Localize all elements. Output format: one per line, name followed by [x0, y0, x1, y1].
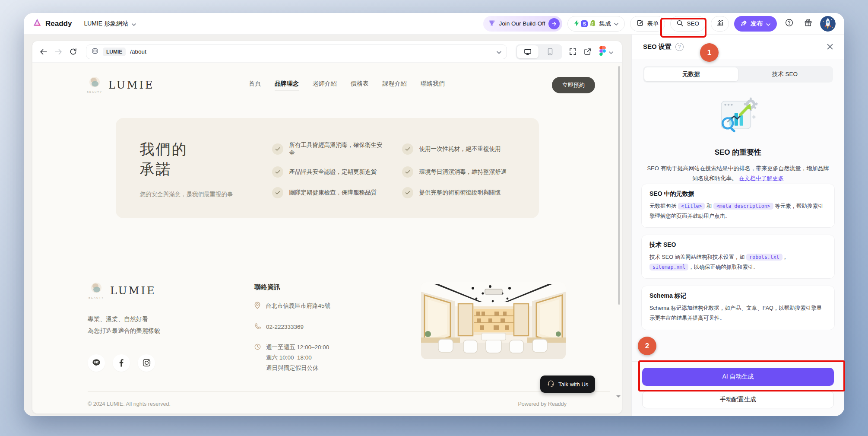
rewards-button[interactable]: [801, 16, 815, 32]
fullscreen-button[interactable]: [568, 48, 577, 56]
forms-button[interactable]: 表单: [630, 16, 665, 32]
preview-scrollbar[interactable]: [618, 66, 620, 305]
seo-card-schema: Schema 标记 Schema 标记添加结构化数据，如产品、文章、FAQ，以帮…: [641, 286, 835, 330]
device-toggle: [516, 44, 562, 60]
check-icon: [402, 143, 413, 155]
talk-with-us-button[interactable]: Talk with Us: [540, 376, 595, 393]
contact-title: 聯絡資訊: [254, 283, 397, 291]
help-button[interactable]: [782, 16, 796, 32]
site-nav-home[interactable]: 首頁: [249, 80, 261, 90]
powered-by-text: Powered by Readdy: [518, 401, 567, 407]
readdy-logo[interactable]: Readdy: [32, 18, 72, 29]
close-panel-button[interactable]: [827, 44, 833, 50]
shopify-icon: [589, 19, 596, 28]
preview-browser-bar: LUMIE /about: [32, 41, 622, 63]
url-bar[interactable]: LUMIE /about: [86, 45, 507, 59]
user-avatar[interactable]: [820, 16, 836, 32]
build-off-button[interactable]: Join Our Build-Off: [483, 16, 562, 32]
rendered-site: BEAUTY LUMIE 首頁 品牌理念 老師介紹 價格表 課程介紹 聯絡我們: [32, 63, 622, 414]
refresh-button[interactable]: [69, 48, 77, 56]
facebook-social-button[interactable]: [113, 354, 130, 372]
ai-generate-button[interactable]: AI 自动生成: [642, 368, 834, 386]
contact-address: 台北市信義區市府路45號: [254, 301, 397, 312]
help-icon: [785, 19, 793, 29]
analytics-button[interactable]: [711, 16, 729, 32]
promise-subtitle: 您的安全與滿意，是我們最重視的事: [140, 191, 248, 198]
seo-tabs: 元数据 技术 SEO: [643, 66, 833, 83]
tab-metadata[interactable]: 元数据: [644, 67, 738, 81]
code-chip: <title>: [678, 203, 705, 210]
trophy-icon: [488, 19, 495, 28]
mobile-view-button[interactable]: [539, 45, 561, 58]
seo-importance-text: SEO 有助于提高网站在搜索结果中的排名，带来更多自然流量，增加品牌知名度和转化…: [645, 163, 831, 184]
phone-icon: [254, 323, 261, 333]
contact-hours: 週一至週五 12:00–20:00週六 10:00–18:00週日與國定假日公休: [254, 342, 397, 373]
seo-card-metadata: SEO 中的元数据 元数据包括 <title> 和 <meta descript…: [641, 184, 835, 228]
form-edit-icon: [637, 19, 643, 28]
integration-icons: S: [574, 19, 596, 28]
code-chip: sitemap.xml: [649, 264, 688, 271]
learn-more-link[interactable]: 在文档中了解更多: [739, 175, 784, 181]
seo-label: SEO: [687, 20, 699, 27]
manual-generate-button[interactable]: 手动配置生成: [642, 391, 834, 408]
integrations-button[interactable]: S 集成: [567, 16, 625, 32]
help-circle-icon[interactable]: ?: [675, 43, 684, 51]
open-external-button[interactable]: [583, 48, 592, 56]
instagram-social-button[interactable]: [138, 354, 155, 372]
check-item: 團隊定期健康檢查，保障服務品質: [272, 187, 385, 198]
copyright-text: © 2024 LUMIE. All rights reserved.: [88, 401, 171, 407]
line-social-button[interactable]: [88, 354, 105, 372]
canvas-workspace: LUMIE /about: [24, 35, 631, 416]
stripe-icon: S: [581, 20, 588, 27]
navbar-left: Readdy LUMIE 形象網站: [32, 18, 136, 29]
chevron-down-icon[interactable]: [497, 48, 501, 56]
figma-export-button[interactable]: [598, 46, 615, 57]
chevron-down-icon: [614, 20, 618, 27]
footer-socials: [88, 354, 230, 372]
seo-button[interactable]: SEO: [670, 16, 706, 32]
stage: Readdy LUMIE 形象網站 Join Our Build-Off S: [0, 0, 868, 436]
footer-brand-column: BEAUTY LUMIE 專業、溫柔、自然好看為您打造最適合的美麗樣貌: [88, 281, 230, 373]
project-switcher[interactable]: LUMIE 形象網站: [84, 20, 136, 28]
top-navbar: Readdy LUMIE 形象網站 Join Our Build-Off S: [24, 13, 844, 35]
check-text: 使用一次性耗材，絕不重複使用: [419, 145, 501, 153]
publish-button[interactable]: 发布: [734, 16, 777, 32]
site-logo[interactable]: BEAUTY LUMIE: [86, 76, 154, 95]
site-nav-pricing[interactable]: 價格表: [351, 80, 369, 90]
site-nav-teachers[interactable]: 老師介紹: [313, 80, 337, 90]
site-nav-brand[interactable]: 品牌理念: [275, 80, 299, 90]
check-item: 產品皆具安全認證，定期更新進貨: [272, 166, 385, 178]
card-body: Schema 标记添加结构化数据，如产品、文章、FAQ，以帮助搜索引擎显示更丰富…: [649, 303, 827, 323]
footer-logo: BEAUTY LUMIE: [88, 281, 230, 300]
footer-contact-column: 聯絡資訊 台北市信義區市府路45號 02-222333369: [254, 281, 397, 373]
seo-illustration: [717, 96, 759, 134]
build-off-label: Join Our Build-Off: [499, 20, 545, 27]
project-name: LUMIE 形象網站: [84, 20, 128, 28]
check-icon: [272, 166, 283, 178]
check-icon: [402, 187, 413, 198]
rocket-icon: [741, 20, 747, 28]
scrollbar-down-arrow[interactable]: [616, 395, 621, 400]
book-now-button[interactable]: 立即預約: [552, 77, 595, 93]
site-nav-courses[interactable]: 課程介紹: [383, 80, 407, 90]
card-title: SEO 中的元数据: [649, 190, 827, 198]
forward-button[interactable]: [54, 48, 63, 56]
navbar-right: Join Our Build-Off S 集成 表单: [483, 16, 836, 32]
tab-technical-seo[interactable]: 技术 SEO: [738, 67, 832, 81]
back-button[interactable]: [39, 48, 48, 56]
seo-card-technical: 技术 SEO 技术 SEO 涵盖网站结构和技术设置，如 robots.txt，s…: [641, 235, 835, 279]
site-nav-contact[interactable]: 聯絡我們: [421, 80, 445, 90]
search-icon: [677, 20, 683, 28]
contact-phone: 02-222333369: [254, 322, 397, 333]
check-text: 產品皆具安全認證，定期更新進貨: [289, 168, 377, 176]
seo-importance-title: SEO 的重要性: [632, 147, 844, 157]
lumie-logo-mark: BEAUTY: [86, 76, 103, 95]
lumie-logo-text: LUMIE: [108, 79, 154, 91]
annotation-step-1-badge: 1: [700, 43, 719, 62]
seo-panel-footer: AI 自动生成 手动配置生成: [632, 361, 844, 416]
seo-panel-body: SEO 的重要性 SEO 有助于提高网站在搜索结果中的排名，带来更多自然流量，增…: [632, 83, 844, 361]
desktop-view-button[interactable]: [517, 45, 539, 58]
hours-text: 週一至週五 12:00–20:00週六 10:00–18:00週日與國定假日公休: [266, 342, 329, 373]
promise-checklist: 所有工具皆經高溫消毒，確保衛生安全 使用一次性耗材，絕不重複使用 產品皆具安全認…: [272, 140, 515, 197]
check-text: 提供完整的術前術後說明與關懷: [419, 189, 501, 197]
